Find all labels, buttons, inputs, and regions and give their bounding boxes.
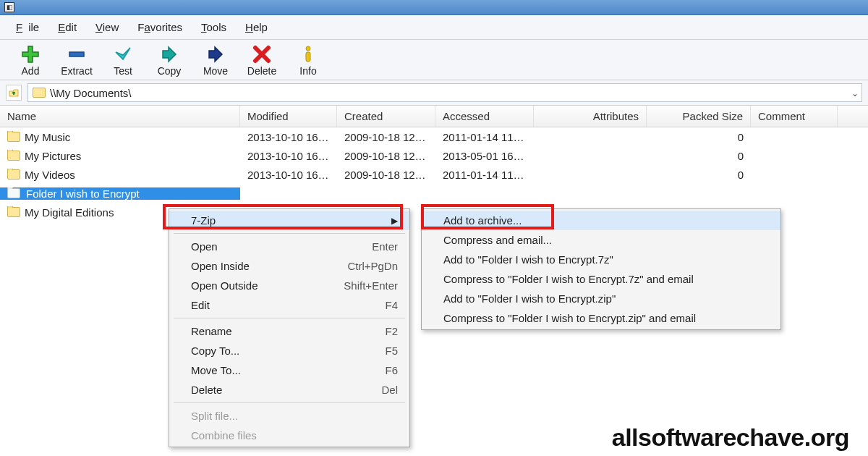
extract-label: Extract [61,66,93,77]
menu-shortcut: Ctrl+PgDn [347,260,398,272]
delete-x-icon [252,44,272,64]
menu-item: Split file... [169,406,409,426]
path-input[interactable]: \\My Documents\ ⌄ [27,83,862,102]
add-label: Add [22,66,40,77]
submenu-arrow-icon: ▶ [391,216,398,226]
menu-item: Combine files [169,426,409,445]
menu-item[interactable]: Copy To...F5 [169,341,409,360]
menu-favorites[interactable]: Favorites [135,20,185,35]
file-modified: 2013-10-10 16:08 [240,150,337,162]
up-folder-button[interactable] [6,85,22,101]
menu-item[interactable]: EditF4 [169,295,409,315]
menu-item-label: Open [191,240,218,253]
check-icon [113,44,133,64]
copy-button[interactable]: Copy [149,44,190,77]
menu-item[interactable]: Add to "Folder I wish to Encrypt.7z" [422,250,780,269]
menu-shortcut: F2 [385,325,398,337]
menu-item[interactable]: OpenEnter [169,237,409,256]
chevron-down-icon[interactable]: ⌄ [851,88,859,98]
col-comment[interactable]: Comment [751,106,838,127]
file-modified: 2013-10-10 16:08 [240,131,337,143]
file-name: My Videos [25,169,75,181]
move-button[interactable]: Move [195,44,236,77]
path-bar: \\My Documents\ ⌄ [0,80,868,106]
file-row[interactable]: My Videos2013-10-10 16:082009-10-18 12:2… [0,165,868,184]
menu-item[interactable]: Compress and email... [422,230,780,250]
file-created: 2009-10-18 12:22 [337,169,435,181]
delete-button[interactable]: Delete [242,44,282,77]
svg-rect-0 [69,52,84,56]
col-attributes[interactable]: Attributes [534,106,647,127]
svg-rect-2 [306,52,310,62]
menu-shortcut: Enter [372,240,398,253]
file-name: Folder I wish to Encrypt [25,187,141,200]
menu-separator [174,402,405,403]
app-sys-icon: ◧ [4,2,14,12]
menu-item-label: Open Outside [191,279,258,292]
copy-label: Copy [158,66,182,77]
col-packed[interactable]: Packed Size [647,106,751,127]
file-row[interactable]: Folder I wish to Encrypt [0,184,868,203]
folder-icon [7,169,20,180]
menu-help[interactable]: Help [242,20,271,35]
title-bar: ◧ [0,0,868,15]
menu-separator [174,318,405,318]
menu-item-label: Copy To... [191,345,239,357]
info-icon [298,44,318,64]
menu-item-label: Add to archive... [443,214,522,227]
col-modified[interactable]: Modified [240,106,337,127]
add-button[interactable]: Add [10,44,51,77]
menu-item-label: Add to "Folder I wish to Encrypt.7z" [443,253,613,266]
menu-file[interactable]: File [13,20,42,35]
menu-item[interactable]: Add to archive... [422,211,780,230]
menu-item[interactable]: Add to "Folder I wish to Encrypt.zip" [422,289,780,308]
menu-item-label: Open Inside [191,260,250,272]
col-created[interactable]: Created [337,106,435,127]
context-menu: 7-Zip▶OpenEnterOpen InsideCtrl+PgDnOpen … [169,208,410,447]
folder-icon [7,188,20,198]
menu-item-label: Edit [191,299,210,311]
copy-arrow-icon [159,44,179,64]
menu-item[interactable]: Compress to "Folder I wish to Encrypt.zi… [422,308,780,328]
col-accessed[interactable]: Accessed [435,106,534,127]
menu-shortcut: F5 [385,345,398,357]
menu-item[interactable]: Open InsideCtrl+PgDn [169,256,409,276]
menu-edit[interactable]: Edit [55,20,80,35]
info-label: Info [299,66,316,77]
menu-item[interactable]: Compress to "Folder I wish to Encrypt.7z… [422,269,780,289]
menu-shortcut: F6 [385,364,398,376]
info-button[interactable]: Info [288,44,328,77]
file-modified: 2013-10-10 16:08 [240,169,337,181]
move-arrow-icon [205,44,226,64]
file-name: My Digital Editions [25,206,114,219]
menu-item[interactable]: DeleteDel [169,380,409,400]
menu-view[interactable]: View [93,20,122,35]
column-header-row: Name Modified Created Accessed Attribute… [0,106,868,127]
menu-item-label: Compress and email... [443,234,552,246]
watermark-text: allsoftwarechave.org [612,423,849,452]
test-button[interactable]: Test [103,44,143,77]
file-accessed: 2011-01-14 11:23 [435,131,534,143]
menu-item[interactable]: Move To...F6 [169,360,409,380]
menu-item-label: Rename [191,325,232,337]
extract-button[interactable]: Extract [56,44,97,77]
menu-item[interactable]: 7-Zip▶ [169,211,409,230]
menu-item-label: Split file... [191,410,238,422]
col-name[interactable]: Name [0,106,240,127]
file-row[interactable]: My Pictures2013-10-10 16:082009-10-18 12… [0,146,868,165]
delete-label: Delete [247,66,276,77]
file-row[interactable]: My Music2013-10-10 16:082009-10-18 12:22… [0,127,868,146]
plus-icon [20,44,41,64]
menu-shortcut: Del [381,384,398,396]
menu-tools[interactable]: Tools [198,20,229,35]
menu-shortcut: F4 [385,299,398,311]
folder-icon [7,207,20,217]
menu-item[interactable]: RenameF2 [169,321,409,341]
context-submenu-7zip: Add to archive...Compress and email...Ad… [421,208,781,330]
file-name: My Music [25,131,70,143]
minus-icon [67,44,87,64]
menu-item[interactable]: Open OutsideShift+Enter [169,276,409,295]
file-accessed: 2011-01-14 11:23 [435,169,534,181]
file-packed: 0 [647,131,751,143]
menu-item-label: Compress to "Folder I wish to Encrypt.7z… [443,273,694,285]
